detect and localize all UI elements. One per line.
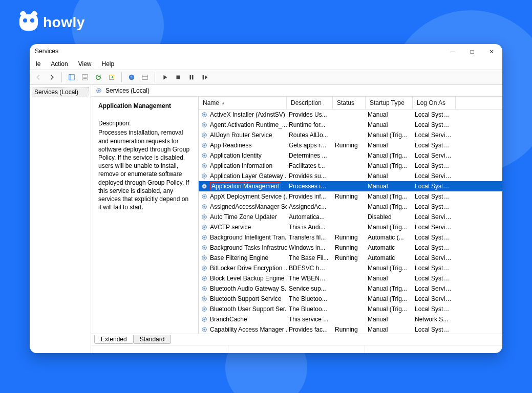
toolbar-separator bbox=[61, 72, 62, 82]
refresh-button[interactable] bbox=[93, 72, 104, 83]
close-button[interactable]: ✕ bbox=[488, 48, 495, 55]
svg-rect-11 bbox=[177, 76, 180, 79]
tab-extended[interactable]: Extended bbox=[94, 335, 134, 344]
service-row[interactable]: AssignedAccessManager Se...AssignedAc...… bbox=[199, 202, 502, 212]
svg-point-56 bbox=[203, 308, 205, 310]
service-row[interactable]: AVCTP serviceThis is Audi...Manual (Trig… bbox=[199, 222, 502, 232]
gear-icon bbox=[201, 295, 208, 302]
gear-icon bbox=[201, 285, 208, 292]
gear-icon bbox=[201, 152, 208, 159]
gear-icon bbox=[201, 111, 208, 118]
gear-icon bbox=[201, 326, 208, 333]
help-button[interactable]: ? bbox=[126, 72, 137, 83]
export-button[interactable] bbox=[106, 72, 117, 83]
service-row[interactable]: Bluetooth Audio Gateway S...Service sup.… bbox=[199, 283, 502, 294]
gear-icon bbox=[201, 254, 208, 261]
services-window: Services — ☐ ✕ le Action View Help ? Ser… bbox=[30, 44, 502, 353]
svg-point-40 bbox=[203, 226, 205, 228]
service-row[interactable]: Agent Activation Runtime_...Runtime for.… bbox=[199, 120, 502, 130]
pane-header: Services (Local) bbox=[91, 85, 502, 97]
gear-icon bbox=[201, 265, 208, 272]
start-service-button[interactable] bbox=[159, 72, 171, 83]
service-row[interactable]: BranchCacheThis service ...ManualNetwork… bbox=[199, 314, 502, 324]
toolbar: ? bbox=[30, 70, 502, 85]
service-row[interactable]: Application IdentityDetermines ...Manual… bbox=[199, 150, 502, 161]
svg-rect-13 bbox=[192, 75, 194, 80]
service-row[interactable]: Application ManagementProcesses in...Man… bbox=[199, 181, 502, 191]
detail-desc-label: Description: bbox=[98, 119, 193, 127]
view-button[interactable] bbox=[139, 72, 151, 83]
howly-logo: howly bbox=[19, 14, 85, 31]
sort-asc-icon: ▲ bbox=[221, 101, 225, 105]
gear-icon bbox=[95, 87, 102, 94]
toolbar-separator bbox=[155, 72, 155, 82]
col-name-header[interactable]: Name▲ bbox=[199, 97, 287, 109]
svg-point-44 bbox=[203, 247, 205, 248]
detail-title: Application Management bbox=[98, 102, 193, 110]
minimize-button[interactable]: — bbox=[449, 48, 456, 55]
properties-button[interactable] bbox=[79, 72, 91, 83]
service-row[interactable]: Application InformationFacilitates t...M… bbox=[199, 161, 502, 171]
tabs-bottom: Extended Standard bbox=[91, 334, 502, 345]
forward-button[interactable] bbox=[46, 72, 57, 83]
gear-icon bbox=[201, 234, 208, 241]
menu-view[interactable]: View bbox=[74, 59, 96, 69]
service-rows[interactable]: ActiveX Installer (AxInstSV)Provides Us.… bbox=[199, 110, 502, 334]
gear-icon bbox=[201, 162, 208, 169]
service-row[interactable]: App ReadinessGets apps re...RunningManua… bbox=[199, 140, 502, 150]
tab-standard[interactable]: Standard bbox=[133, 335, 172, 344]
svg-point-34 bbox=[203, 195, 205, 197]
menu-action[interactable]: Action bbox=[47, 59, 72, 69]
stop-service-button[interactable] bbox=[173, 72, 184, 83]
pause-service-button[interactable] bbox=[186, 72, 197, 83]
gear-icon bbox=[201, 316, 208, 323]
gear-icon bbox=[201, 183, 208, 190]
svg-point-26 bbox=[203, 155, 205, 156]
svg-point-20 bbox=[203, 124, 205, 125]
service-row[interactable]: Bluetooth User Support Ser...The Bluetoo… bbox=[199, 304, 502, 314]
col-startup-header[interactable]: Startup Type bbox=[366, 97, 413, 109]
titlebar: Services — ☐ ✕ bbox=[30, 44, 502, 58]
service-row[interactable]: Auto Time Zone UpdaterAutomatica...Disab… bbox=[199, 212, 502, 222]
service-row[interactable]: Bluetooth Support ServiceThe Bluetoo...M… bbox=[199, 294, 502, 304]
gear-icon bbox=[201, 172, 208, 180]
gear-icon bbox=[201, 132, 208, 139]
back-button[interactable] bbox=[33, 72, 44, 83]
tree-root[interactable]: Services (Local) bbox=[32, 87, 89, 97]
service-row[interactable]: AppX Deployment Service (...Provides inf… bbox=[199, 191, 502, 202]
gear-icon bbox=[201, 121, 208, 128]
service-row[interactable]: ActiveX Installer (AxInstSV)Provides Us.… bbox=[199, 110, 502, 120]
svg-rect-14 bbox=[203, 75, 204, 80]
service-row[interactable]: Application Layer Gateway ...Provides su… bbox=[199, 171, 502, 181]
svg-rect-12 bbox=[190, 75, 191, 80]
svg-point-22 bbox=[203, 134, 205, 136]
service-row[interactable]: BitLocker Drive Encryption ...BDESVC hos… bbox=[199, 263, 502, 273]
gear-icon bbox=[201, 305, 208, 313]
service-row[interactable]: Capability Access Manager ...Provides fa… bbox=[199, 324, 502, 334]
menu-help[interactable]: Help bbox=[98, 59, 119, 69]
gear-icon bbox=[201, 142, 208, 149]
svg-point-46 bbox=[203, 257, 205, 258]
menubar: le Action View Help bbox=[30, 58, 502, 70]
service-row[interactable]: Background Tasks Infrastruc...Windows in… bbox=[199, 243, 502, 253]
show-hide-tree-button[interactable] bbox=[66, 72, 77, 83]
gear-icon bbox=[201, 213, 208, 221]
gear-icon bbox=[201, 193, 208, 200]
col-status-header[interactable]: Status bbox=[333, 97, 366, 109]
col-desc-header[interactable]: Description bbox=[287, 97, 333, 109]
detail-pane: Application Management Description: Proc… bbox=[91, 97, 199, 334]
service-row[interactable]: Base Filtering EngineThe Base Fil...Runn… bbox=[199, 253, 502, 263]
service-row[interactable]: Block Level Backup Engine ...The WBENG..… bbox=[199, 273, 502, 283]
service-row[interactable]: AllJoyn Router ServiceRoutes AllJo...Man… bbox=[199, 130, 502, 140]
toolbar-separator bbox=[121, 72, 122, 82]
svg-point-30 bbox=[203, 175, 205, 177]
svg-point-36 bbox=[203, 206, 205, 207]
restart-service-button[interactable] bbox=[199, 72, 210, 83]
service-list: Name▲ Description Status Startup Type Lo… bbox=[199, 97, 502, 334]
maximize-button[interactable]: ☐ bbox=[469, 48, 476, 55]
service-row[interactable]: Background Intelligent Tran...Transfers … bbox=[199, 232, 502, 243]
menu-file[interactable]: le bbox=[32, 59, 45, 69]
svg-point-50 bbox=[203, 277, 205, 279]
col-logon-header[interactable]: Log On As bbox=[413, 97, 456, 109]
owl-icon bbox=[19, 14, 38, 31]
